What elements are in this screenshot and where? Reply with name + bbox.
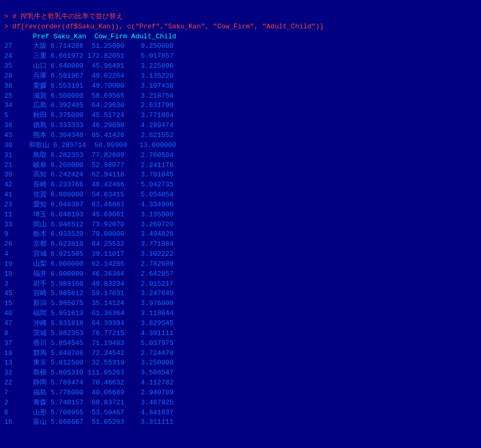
console-line-41: 16 富山 5.666667 51.05263 3.311111 [4,418,477,428]
console-line-3: 27 大阪 6.714286 51.25000 9.250000 [4,41,477,51]
console-line-25: 19 山梨 6.000000 62.14286 2.782609 [4,259,477,269]
console-line-4: 24 三重 6.661972 172.82051 5.017857 [4,51,477,61]
console-line-33: 37 香川 5.854545 71.19403 5.037975 [4,339,477,349]
console-line-1: > df[rev(order(df$Saku_Kan)), c("Pref","… [4,22,477,32]
console-line-31: 47 沖縄 5.931818 64.39394 3.829545 [4,319,477,329]
console-line-9: 34 広島 6.392405 64.29630 2.631799 [4,101,477,111]
console-output: > # 搾乳牛と乾乳牛の比率で並び替え> df[rev(order(df$Sak… [4,2,477,428]
console-line-24: 4 宮城 6.021505 39.11017 3.102222 [4,249,477,259]
console-line-22: 9 栃木 6.033520 79.00000 3.494828 [4,230,477,239]
console-line-19: 23 愛知 6.048387 83.46863 4.334906 [4,200,477,210]
console-line-2: Pref Saku_Kan Cow_Firm Adult_Child [4,32,477,42]
console-line-12: 43 熊本 6.304348 85.41426 2.821552 [4,131,477,141]
console-line-14: 31 鳥取 6.282353 77.82609 2.760504 [4,151,477,161]
console-line-18: 41 佐賀 6.080000 54.63415 5.054054 [4,190,477,200]
console-line-28: 45 宮崎 5.985612 59.17031 3.247649 [4,289,477,299]
console-line-10: 5 秋田 6.375000 45.51724 3.771084 [4,111,477,121]
console-line-35: 13 東京 5.812500 32.55319 3.250000 [4,358,477,368]
console-line-11: 36 徳島 6.333333 46.20690 4.289474 [4,121,477,131]
console-line-17: 42 長崎 6.233766 48.42466 5.042735 [4,180,477,190]
console-line-29: 15 新潟 5.985075 35.14124 3.976000 [4,299,477,309]
console-line-0: > # 搾乳牛と乾乳牛の比率で並び替え [4,12,477,22]
console-line-8: 25 滋賀 6.500000 58.69565 3.218750 [4,91,477,101]
console-line-6: 28 兵庫 6.581967 49.62264 3.135220 [4,71,477,81]
console-line-23: 26 京都 6.023810 84.25532 3.771084 [4,239,477,249]
console-line-5: 35 山口 6.640000 45.96491 3.225806 [4,61,477,71]
console-line-40: 6 山形 5.708955 53.50467 4.841837 [4,408,477,418]
console-line-39: 2 青森 5.740157 68.83721 3.467925 [4,398,477,408]
console-line-15: 21 岐阜 6.260000 52.98077 2.241176 [4,161,477,171]
console-line-32: 8 茨城 5.882353 76.77215 4.391111 [4,329,477,339]
console-line-38: 7 福島 5.776000 40.06689 2.940789 [4,388,477,398]
console-line-36: 32 島根 5.805310 111.05263 3.508547 [4,368,477,378]
console-line-37: 22 静岡 5.789474 70.46632 4.112782 [4,378,477,388]
console-line-20: 11 埼玉 6.048193 45.69061 3.135000 [4,210,477,220]
console-line-7: 38 愛媛 6.553191 49.70000 3.107438 [4,81,477,91]
console-line-30: 40 福岡 5.951613 61.36364 3.118644 [4,309,477,319]
console-line-26: 18 福井 6.000000 46.36364 2.642857 [4,269,477,279]
console-line-27: 3 岩手 5.989160 49.83234 2.015217 [4,279,477,289]
console-line-13: 30 和歌山 6.285714 50.90909 13.000000 [4,141,477,151]
console-line-21: 33 岡山 6.046512 73.92070 3.269720 [4,220,477,230]
console-line-34: 10 群馬 5.840708 72.34542 2.724479 [4,349,477,359]
console-line-16: 39 高知 6.242424 62.94118 3.791045 [4,170,477,180]
